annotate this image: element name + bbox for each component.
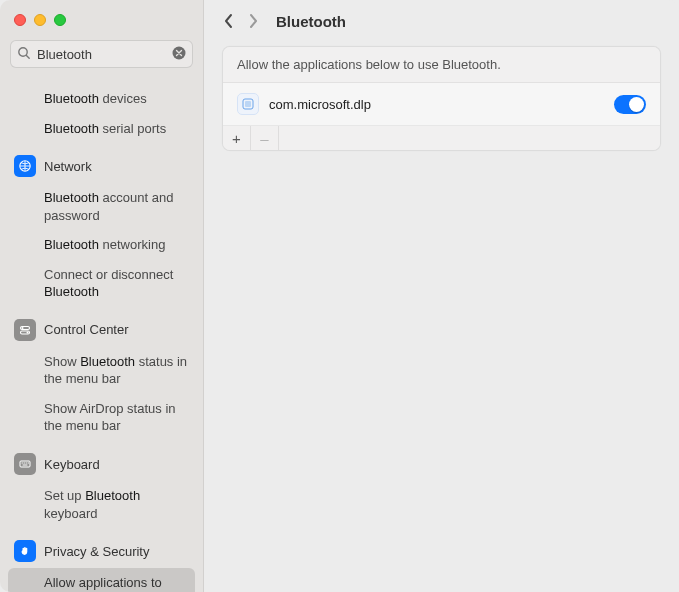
- search-icon: [16, 45, 32, 65]
- close-window-button[interactable]: [14, 14, 26, 26]
- app-row: com.microsoft.dlp: [223, 83, 660, 126]
- hand-icon: [14, 540, 36, 562]
- bluetooth-apps-panel: Allow the applications below to use Blue…: [222, 46, 661, 151]
- sidebar-item-setup-bluetooth-keyboard[interactable]: Set up Bluetooth keyboard: [8, 481, 195, 528]
- sidebar-header-label: Privacy & Security: [44, 544, 149, 559]
- app-name: com.microsoft.dlp: [269, 97, 371, 112]
- app-icon: [237, 93, 259, 115]
- svg-point-7: [27, 331, 29, 333]
- remove-app-button: –: [251, 126, 279, 150]
- sidebar-header-label: Control Center: [44, 322, 129, 337]
- panel-footer: + –: [223, 126, 660, 150]
- sidebar-header-network[interactable]: Network: [8, 149, 195, 183]
- svg-rect-11: [245, 101, 251, 107]
- keyboard-icon: [14, 453, 36, 475]
- minimize-window-button[interactable]: [34, 14, 46, 26]
- svg-rect-8: [20, 461, 30, 467]
- content-area: Allow the applications below to use Blue…: [204, 42, 679, 169]
- sidebar-header-label: Keyboard: [44, 457, 100, 472]
- nav-back-button[interactable]: [222, 12, 236, 30]
- sidebar-item-bluetooth-networking[interactable]: Bluetooth networking: [8, 230, 195, 260]
- sidebar-item-connect-disconnect-bluetooth[interactable]: Connect or disconnect Bluetooth: [8, 260, 195, 307]
- svg-line-1: [26, 55, 29, 58]
- add-app-button[interactable]: +: [223, 126, 251, 150]
- sidebar-header-label: Network: [44, 159, 92, 174]
- window-controls: [0, 0, 203, 34]
- sidebar-header-keyboard[interactable]: Keyboard: [8, 447, 195, 481]
- sidebar-item-bluetooth-serial-ports[interactable]: Bluetooth serial ports: [8, 114, 195, 144]
- clear-search-icon[interactable]: [171, 45, 187, 65]
- sidebar-item-bluetooth-devices[interactable]: Bluetooth devices: [8, 84, 195, 114]
- svg-point-5: [22, 327, 24, 329]
- search-input[interactable]: [10, 40, 193, 68]
- globe-icon: [14, 155, 36, 177]
- search-container: [0, 34, 203, 78]
- nav-forward-button: [246, 12, 260, 30]
- app-toggle[interactable]: [614, 95, 646, 114]
- sidebar-item-bluetooth-account[interactable]: Bluetooth account and password: [8, 183, 195, 230]
- sidebar-item-show-airdrop-menubar[interactable]: Show AirDrop status in the menu bar: [8, 394, 195, 441]
- sidebar-list: Bluetooth devices Bluetooth serial ports…: [0, 78, 203, 592]
- control-center-icon: [14, 319, 36, 341]
- panel-description: Allow the applications below to use Blue…: [223, 47, 660, 83]
- sidebar-item-allow-apps-bluetooth[interactable]: Allow applications to access Bluetooth: [8, 568, 195, 592]
- title-bar: Bluetooth: [204, 0, 679, 42]
- sidebar-item-show-bluetooth-menubar[interactable]: Show Bluetooth status in the menu bar: [8, 347, 195, 394]
- sidebar-header-privacy[interactable]: Privacy & Security: [8, 534, 195, 568]
- page-title: Bluetooth: [276, 13, 346, 30]
- sidebar-header-control-center[interactable]: Control Center: [8, 313, 195, 347]
- main-panel: Bluetooth Allow the applications below t…: [204, 0, 679, 592]
- sidebar: Bluetooth devices Bluetooth serial ports…: [0, 0, 204, 592]
- toggle-knob: [629, 97, 644, 112]
- zoom-window-button[interactable]: [54, 14, 66, 26]
